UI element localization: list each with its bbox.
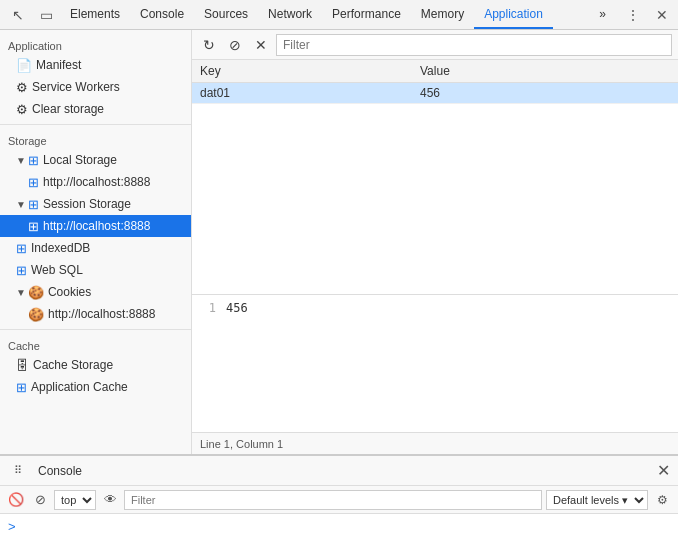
sidebar-item-app-cache-label: Application Cache xyxy=(31,380,128,394)
sidebar-item-cookies[interactable]: ▼ 🍪 Cookies xyxy=(0,281,191,303)
console-clear-btn[interactable]: 🚫 xyxy=(6,490,26,510)
tab-sources[interactable]: Sources xyxy=(194,1,258,29)
sidebar-item-indexeddb-label: IndexedDB xyxy=(31,241,90,255)
sidebar-section-storage: Storage xyxy=(0,129,191,149)
tab-performance[interactable]: Performance xyxy=(322,1,411,29)
manifest-icon: 📄 xyxy=(16,58,32,73)
sidebar-item-app-cache[interactable]: ⊞ Application Cache xyxy=(0,376,191,398)
clear-storage-icon: ⚙ xyxy=(16,102,28,117)
console-context-select[interactable]: top xyxy=(54,490,96,510)
sidebar-item-sw-label: Service Workers xyxy=(32,80,120,94)
value-preview-content: 1 456 xyxy=(192,295,678,432)
tab-memory[interactable]: Memory xyxy=(411,1,474,29)
content-area: ↻ ⊘ ✕ Key Value dat01 456 xyxy=(192,30,678,454)
main-layout: Application 📄 Manifest ⚙ Service Workers… xyxy=(0,30,678,454)
table-row[interactable]: dat01 456 xyxy=(192,83,678,104)
console-toolbar: 🚫 ⊘ top 👁 Default levels ▾ ⚙ xyxy=(0,486,678,514)
table-header-row: Key Value xyxy=(192,60,678,83)
devtools-inspect-icon[interactable]: ↖ xyxy=(4,1,32,29)
console-filter-input[interactable] xyxy=(124,490,542,510)
console-drag-icon: ⠿ xyxy=(8,461,28,481)
sidebar-item-session-storage[interactable]: ▼ ⊞ Session Storage xyxy=(0,193,191,215)
back-button[interactable]: ⊘ xyxy=(224,34,246,56)
sidebar-item-service-workers[interactable]: ⚙ Service Workers xyxy=(0,76,191,98)
sidebar: Application 📄 Manifest ⚙ Service Workers… xyxy=(0,30,192,454)
sidebar-divider-1 xyxy=(0,124,191,125)
service-workers-icon: ⚙ xyxy=(16,80,28,95)
col-header-value: Value xyxy=(412,60,678,83)
tab-console[interactable]: Console xyxy=(130,1,194,29)
console-close-btn[interactable]: ✕ xyxy=(657,461,670,480)
session-storage-icon: ⊞ xyxy=(28,197,39,212)
storage-table-area: Key Value dat01 456 xyxy=(192,60,678,294)
sidebar-item-cache-storage-label: Cache Storage xyxy=(33,358,113,372)
app-cache-icon: ⊞ xyxy=(16,380,27,395)
cookies-localhost-icon: 🍪 xyxy=(28,307,44,322)
sidebar-item-local-storage-label: Local Storage xyxy=(43,153,117,167)
value-preview-area: 1 456 Line 1, Column 1 xyxy=(192,294,678,454)
local-storage-icon: ⊞ xyxy=(28,153,39,168)
sidebar-item-cookies-localhost-label: http://localhost:8888 xyxy=(48,307,155,321)
local-storage-localhost-icon: ⊞ xyxy=(28,175,39,190)
local-storage-expand-icon: ▼ xyxy=(16,155,26,166)
sidebar-item-websql[interactable]: ⊞ Web SQL xyxy=(0,259,191,281)
sidebar-section-application: Application xyxy=(0,34,191,54)
refresh-button[interactable]: ↻ xyxy=(198,34,220,56)
sidebar-item-indexeddb[interactable]: ⊞ IndexedDB xyxy=(0,237,191,259)
cookies-expand-icon: ▼ xyxy=(16,287,26,298)
sidebar-item-cookies-label: Cookies xyxy=(48,285,91,299)
sidebar-item-local-storage-localhost[interactable]: ⊞ http://localhost:8888 xyxy=(0,171,191,193)
sidebar-item-session-localhost-label: http://localhost:8888 xyxy=(43,219,150,233)
sidebar-item-session-storage-localhost[interactable]: ⊞ http://localhost:8888 xyxy=(0,215,191,237)
col-header-key: Key xyxy=(192,60,412,83)
console-levels-select[interactable]: Default levels ▾ xyxy=(546,490,648,510)
filter-input[interactable] xyxy=(276,34,672,56)
sidebar-item-manifest[interactable]: 📄 Manifest xyxy=(0,54,191,76)
session-storage-expand-icon: ▼ xyxy=(16,199,26,210)
console-title: Console xyxy=(38,464,82,478)
sidebar-item-clear-storage[interactable]: ⚙ Clear storage xyxy=(0,98,191,120)
sidebar-section-cache: Cache xyxy=(0,334,191,354)
console-filter-btn[interactable]: ⊘ xyxy=(30,490,50,510)
console-prompt: > xyxy=(8,516,16,538)
clear-button[interactable]: ✕ xyxy=(250,34,272,56)
cache-storage-icon: 🗄 xyxy=(16,358,29,373)
sidebar-item-cache-storage[interactable]: 🗄 Cache Storage xyxy=(0,354,191,376)
sidebar-item-clear-label: Clear storage xyxy=(32,102,104,116)
table-cell-key: dat01 xyxy=(192,83,412,104)
console-gear-btn[interactable]: ⚙ xyxy=(652,490,672,510)
sidebar-bottom-spacer xyxy=(0,398,191,428)
tab-overflow-btn[interactable]: » xyxy=(589,1,616,29)
tab-network[interactable]: Network xyxy=(258,1,322,29)
devtools-menu-btn[interactable]: ⋮ xyxy=(620,7,646,23)
sidebar-item-local-storage-localhost-label: http://localhost:8888 xyxy=(43,175,150,189)
console-body: > xyxy=(0,514,678,559)
line-number: 1 xyxy=(200,301,216,426)
content-toolbar: ↻ ⊘ ✕ xyxy=(192,30,678,60)
table-cell-value: 456 xyxy=(412,83,678,104)
websql-icon: ⊞ xyxy=(16,263,27,278)
top-tab-bar: ↖ ▭ Elements Console Sources Network Per… xyxy=(0,0,678,30)
tab-application[interactable]: Application xyxy=(474,1,553,29)
console-header: ⠿ Console ✕ xyxy=(0,456,678,486)
cookies-icon: 🍪 xyxy=(28,285,44,300)
value-preview-footer: Line 1, Column 1 xyxy=(192,432,678,454)
bottom-console: ⠿ Console ✕ 🚫 ⊘ top 👁 Default levels ▾ ⚙… xyxy=(0,454,678,559)
sidebar-item-websql-label: Web SQL xyxy=(31,263,83,277)
sidebar-item-manifest-label: Manifest xyxy=(36,58,81,72)
devtools-close-btn[interactable]: ✕ xyxy=(650,7,674,23)
sidebar-item-local-storage[interactable]: ▼ ⊞ Local Storage xyxy=(0,149,191,171)
indexeddb-icon: ⊞ xyxy=(16,241,27,256)
preview-value: 456 xyxy=(226,301,248,426)
session-storage-localhost-icon: ⊞ xyxy=(28,219,39,234)
cursor-position: Line 1, Column 1 xyxy=(200,438,283,450)
tab-elements[interactable]: Elements xyxy=(60,1,130,29)
sidebar-item-cookies-localhost[interactable]: 🍪 http://localhost:8888 xyxy=(0,303,191,325)
console-eye-btn[interactable]: 👁 xyxy=(100,490,120,510)
sidebar-divider-2 xyxy=(0,329,191,330)
storage-table: Key Value dat01 456 xyxy=(192,60,678,104)
sidebar-item-session-storage-label: Session Storage xyxy=(43,197,131,211)
devtools-device-icon[interactable]: ▭ xyxy=(32,1,60,29)
